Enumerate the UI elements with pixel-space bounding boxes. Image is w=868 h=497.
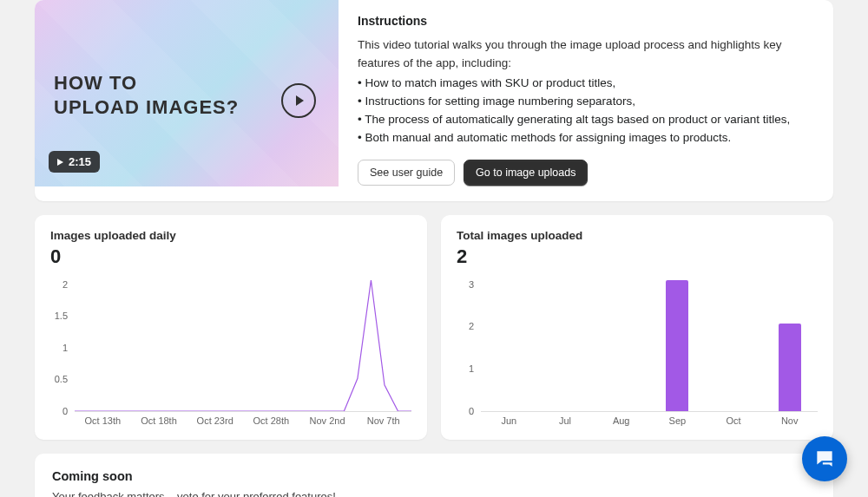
chart-y-axis: 21.510.50: [50, 275, 73, 412]
chart-headline-value: 2: [457, 245, 818, 268]
play-small-icon: [57, 159, 63, 166]
x-tick: Nov 7th: [355, 415, 411, 431]
x-tick: Jul: [537, 415, 594, 431]
see-user-guide-button[interactable]: See user guide: [358, 160, 455, 186]
y-tick: 1: [50, 343, 73, 353]
video-duration-badge: 2:15: [49, 151, 100, 173]
chart-daily-uploads: Images uploaded daily 0 21.510.50 Oct 13…: [35, 215, 427, 440]
chat-fab[interactable]: [802, 436, 847, 481]
instruction-bullet: • Both manual and automatic methods for …: [358, 129, 814, 147]
chart-x-axis: Oct 13thOct 18thOct 23rdOct 28thNov 2ndN…: [75, 415, 411, 431]
bar-slot: [649, 280, 706, 411]
x-tick: Sep: [649, 415, 706, 431]
video-duration: 2:15: [69, 155, 91, 168]
instructions-pane: Instructions This video tutorial walks y…: [339, 0, 833, 201]
y-tick: 0.5: [50, 374, 73, 384]
play-icon[interactable]: [281, 83, 316, 118]
y-tick: 2: [457, 321, 479, 331]
x-tick: Oct 23rd: [187, 415, 243, 431]
coming-soon-heading: Coming soon: [52, 469, 816, 483]
x-tick: Aug: [593, 415, 649, 431]
chart-x-axis: JunJulAugSepOctNov: [481, 415, 818, 431]
instruction-bullet: • Instructions for setting image numberi…: [358, 93, 814, 111]
chart-title: Images uploaded daily: [50, 229, 411, 242]
x-tick: Oct 28th: [243, 415, 299, 431]
x-tick: Jun: [481, 415, 537, 431]
chart-y-axis: 3210: [457, 275, 479, 412]
y-tick: 3: [457, 279, 479, 290]
line-chart-svg: [75, 280, 411, 411]
y-tick: 0: [50, 406, 73, 416]
instruction-bullet: • The process of automatically generatin…: [358, 111, 814, 129]
x-tick: Oct: [706, 415, 762, 431]
y-tick: 2: [50, 279, 73, 290]
bar-slot: [706, 280, 762, 411]
go-to-image-uploads-button[interactable]: Go to image uploads: [464, 160, 588, 186]
x-tick: Oct 13th: [75, 415, 131, 431]
chat-icon: [813, 448, 836, 470]
y-tick: 0: [457, 406, 479, 416]
video-thumbnail[interactable]: HOW TO UPLOAD IMAGES? 2:15: [35, 0, 339, 186]
instruction-bullet: • How to match images with SKU or produc…: [358, 75, 814, 93]
bar-slot: [537, 280, 594, 411]
bar: [779, 324, 801, 411]
bar-slot: [481, 280, 537, 411]
chart-headline-value: 0: [50, 245, 411, 268]
x-tick: Nov 2nd: [299, 415, 356, 431]
instructions-bullets: • How to match images with SKU or produc…: [358, 75, 814, 147]
hero-card: HOW TO UPLOAD IMAGES? 2:15 Instructions …: [35, 0, 833, 201]
chart-plot-area: [75, 280, 411, 412]
chart-plot-area: [481, 280, 818, 412]
bar-slot: [761, 280, 818, 411]
bar-slot: [593, 280, 649, 411]
x-tick: Oct 18th: [131, 415, 187, 431]
chart-title: Total images uploaded: [457, 229, 818, 242]
chart-total-uploads: Total images uploaded 2 3210 JunJulAugSe…: [441, 215, 833, 440]
y-tick: 1.5: [50, 311, 73, 321]
coming-soon-text: Your feedback matters – vote for your pr…: [52, 490, 816, 497]
bar: [666, 280, 688, 411]
coming-soon-card: Coming soon Your feedback matters – vote…: [35, 454, 833, 497]
y-tick: 1: [457, 363, 479, 374]
instructions-intro: This video tutorial walks you through th…: [358, 36, 814, 73]
video-title: HOW TO UPLOAD IMAGES?: [54, 71, 239, 119]
instructions-heading: Instructions: [358, 14, 814, 28]
x-tick: Nov: [761, 415, 818, 431]
